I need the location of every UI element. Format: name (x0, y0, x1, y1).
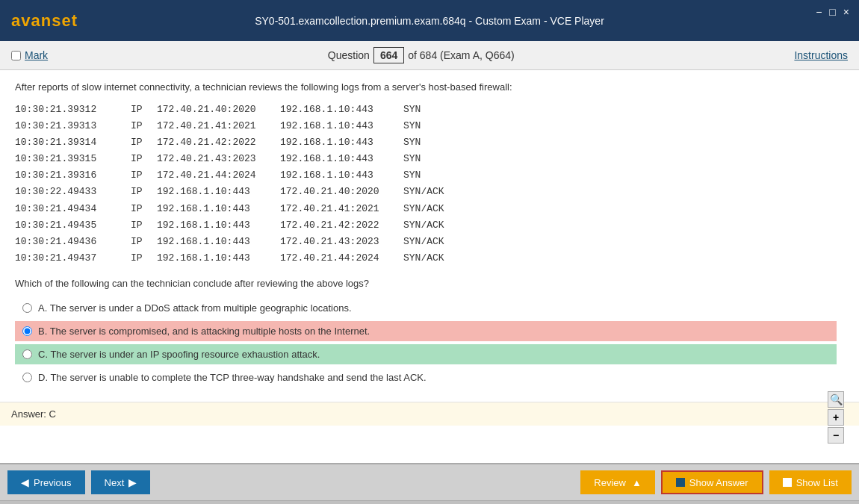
log-dst: 172.40.21.42:2022 (280, 217, 403, 234)
log-src: 172.40.21.42:2022 (157, 134, 280, 151)
zoom-out-btn[interactable]: − (828, 427, 844, 444)
next-button[interactable]: Next ▶ (91, 470, 151, 494)
window-controls[interactable]: − □ × (813, 6, 852, 18)
question-text: Which of the following can the technicia… (15, 278, 837, 289)
log-dst: 172.40.21.40:2020 (280, 184, 403, 200)
log-src: 192.168.1.10:443 (157, 234, 280, 250)
logo-text: avan (11, 11, 52, 30)
window-title: SY0-501.examcollection.premium.exam.684q… (255, 15, 604, 27)
log-timestamp: 10:30:21.39314 (15, 134, 131, 151)
log-row: 10:30:21.39314 IP 172.40.21.42:2022 192.… (15, 134, 837, 151)
log-proto: IP (131, 201, 157, 217)
log-row: 10:30:22.49433 IP 192.168.1.10:443 172.4… (15, 184, 837, 200)
close-btn[interactable]: × (841, 6, 852, 18)
show-list-label: Show List (796, 477, 838, 488)
log-proto: IP (131, 134, 157, 151)
log-row: 10:30:21.39315 IP 172.40.21.43:2023 192.… (15, 151, 837, 167)
log-timestamp: 10:30:21.49434 (15, 201, 131, 217)
option-text-a: A. The server is under a DDoS attack fro… (38, 302, 352, 314)
answer-display: Answer: C (0, 402, 859, 426)
radio-c[interactable] (22, 349, 32, 359)
question-header: Mark Question 664 of 684 (Exam A, Q664) … (0, 41, 859, 70)
log-src: 172.40.21.44:2024 (157, 167, 280, 184)
log-timestamp: 10:30:22.49433 (15, 184, 131, 200)
answer-option-a[interactable]: A. The server is under a DDoS attack fro… (15, 298, 837, 318)
log-flag: SYN/ACK (403, 250, 463, 267)
log-timestamp: 10:30:21.39315 (15, 151, 131, 167)
log-timestamp: 10:30:21.39313 (15, 118, 131, 134)
radio-b[interactable] (22, 326, 32, 336)
bottom-action-bar: Save Session End Exam (0, 500, 859, 504)
show-answer-label: Show Answer (689, 477, 748, 488)
log-dst: 192.168.1.10:443 (280, 102, 403, 118)
mark-label[interactable]: Mark (11, 49, 48, 61)
log-src: 172.40.21.43:2023 (157, 151, 280, 167)
mark-checkbox[interactable] (11, 51, 21, 60)
log-flag: SYN/ACK (403, 217, 463, 234)
log-dst: 172.40.21.41:2021 (280, 201, 403, 217)
review-label: Review (594, 477, 626, 488)
log-row: 10:30:21.39316 IP 172.40.21.44:2024 192.… (15, 167, 837, 184)
log-src: 192.168.1.10:443 (157, 217, 280, 234)
title-bar: avanset SY0-501.examcollection.premium.e… (0, 0, 859, 41)
log-row: 10:30:21.49435 IP 192.168.1.10:443 172.4… (15, 217, 837, 234)
next-arrow-icon: ▶ (128, 476, 137, 488)
log-src: 192.168.1.10:443 (157, 201, 280, 217)
log-flag: SYN/ACK (403, 201, 463, 217)
options-container: A. The server is under a DDoS attack fro… (15, 298, 837, 388)
log-row: 10:30:21.39312 IP 172.40.21.40:2020 192.… (15, 102, 837, 118)
content-wrapper: After reports of slow internet connectiv… (0, 70, 859, 463)
option-text-d: D. The server is unable to complete the … (38, 372, 427, 383)
log-dst: 192.168.1.10:443 (280, 167, 403, 184)
prev-arrow-icon: ◀ (21, 476, 29, 488)
log-timestamp: 10:30:21.49437 (15, 250, 131, 267)
log-timestamp: 10:30:21.49436 (15, 234, 131, 250)
question-total: of 684 (Exam A, Q664) (408, 49, 514, 61)
log-flag: SYN (403, 167, 463, 184)
show-list-icon (783, 478, 792, 487)
bottom-toolbar: ◀ Previous Next ▶ Review ▲ Show Answer S… (0, 463, 859, 500)
log-proto: IP (131, 151, 157, 167)
next-label: Next (105, 477, 125, 488)
app-logo: avanset (11, 11, 78, 31)
log-timestamp: 10:30:21.39312 (15, 102, 131, 118)
radio-d[interactable] (22, 373, 32, 382)
log-flag: SYN/ACK (403, 184, 463, 200)
instructions-link[interactable]: Instructions (794, 49, 848, 61)
log-proto: IP (131, 250, 157, 267)
zoom-search[interactable]: 🔍 (828, 391, 844, 408)
log-flag: SYN (403, 151, 463, 167)
answer-option-d[interactable]: D. The server is unable to complete the … (15, 367, 837, 388)
log-src: 172.40.21.41:2021 (157, 118, 280, 134)
answer-option-b[interactable]: B. The server is compromised, and is att… (15, 321, 837, 341)
log-flag: SYN (403, 134, 463, 151)
question-content: After reports of slow internet connectiv… (0, 70, 859, 402)
log-table: 10:30:21.39312 IP 172.40.21.40:2020 192.… (15, 102, 837, 267)
log-proto: IP (131, 118, 157, 134)
log-dst: 172.40.21.43:2023 (280, 234, 403, 250)
show-list-button[interactable]: Show List (769, 470, 852, 494)
log-flag: SYN/ACK (403, 234, 463, 250)
maximize-btn[interactable]: □ (827, 6, 837, 18)
zoom-controls: 🔍 + − (828, 391, 844, 444)
log-src: 192.168.1.10:443 (157, 184, 280, 200)
show-answer-button[interactable]: Show Answer (661, 470, 763, 494)
log-proto: IP (131, 217, 157, 234)
log-dst: 172.40.21.44:2024 (280, 250, 403, 267)
previous-button[interactable]: ◀ Previous (7, 470, 85, 494)
logo-accent: set (52, 11, 78, 30)
show-answer-icon (676, 478, 685, 487)
review-button[interactable]: Review ▲ (580, 470, 655, 494)
answer-option-c[interactable]: C. The server is under an IP spoofing re… (15, 344, 837, 364)
log-proto: IP (131, 234, 157, 250)
log-row: 10:30:21.49436 IP 192.168.1.10:443 172.4… (15, 234, 837, 250)
log-proto: IP (131, 184, 157, 200)
minimize-btn[interactable]: − (813, 6, 824, 18)
question-intro: After reports of slow internet connectiv… (15, 81, 837, 93)
mark-text: Mark (25, 49, 48, 61)
log-dst: 192.168.1.10:443 (280, 134, 403, 151)
radio-a[interactable] (22, 303, 32, 313)
question-number-area: Question 664 of 684 (Exam A, Q664) (328, 47, 515, 63)
zoom-in-btn[interactable]: + (828, 409, 844, 426)
log-dst: 192.168.1.10:443 (280, 151, 403, 167)
